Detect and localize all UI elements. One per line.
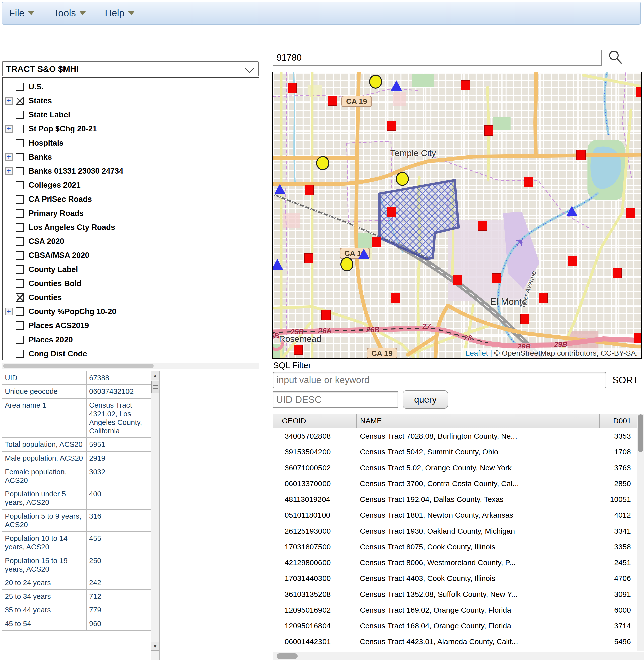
layer-tree-hscrollbar[interactable] [2, 363, 259, 370]
menu-tools[interactable]: Tools [53, 8, 86, 19]
expand-plus-icon[interactable]: + [5, 308, 13, 315]
blue-triangle-marker[interactable] [566, 206, 578, 216]
blue-triangle-marker[interactable] [272, 259, 283, 269]
leaflet-link[interactable]: Leaflet [465, 349, 488, 357]
expand-plus-icon[interactable]: + [5, 97, 13, 104]
red-square-marker[interactable] [484, 125, 493, 136]
result-row[interactable]: 26125193000Census Tract 1930, Oakland Co… [273, 523, 637, 539]
result-row[interactable]: 17031440300Census Tract 4403, Cook Count… [273, 570, 637, 586]
menu-file[interactable]: File [9, 8, 34, 19]
query-button[interactable]: query [402, 391, 448, 408]
yellow-circle-marker[interactable] [316, 156, 329, 170]
red-square-marker[interactable] [538, 293, 548, 303]
red-square-marker[interactable] [626, 208, 635, 218]
scrollbar-thumb[interactable] [151, 381, 159, 393]
layer-checkbox[interactable] [16, 125, 24, 133]
blue-triangle-marker[interactable] [274, 184, 285, 194]
zip-search-input[interactable] [273, 50, 602, 66]
layer-checkbox[interactable] [16, 111, 24, 119]
yellow-circle-marker[interactable] [340, 257, 353, 271]
red-square-marker[interactable] [576, 150, 585, 160]
red-square-marker[interactable] [613, 268, 622, 278]
scroll-up-button[interactable]: ▲ [151, 371, 159, 380]
layer-label: CSA 2020 [29, 237, 64, 246]
red-square-marker[interactable] [322, 310, 330, 320]
red-square-marker[interactable] [387, 207, 396, 217]
result-row[interactable]: 48113019204Census Tract 192.04, Dallas C… [273, 491, 637, 507]
red-square-marker[interactable] [520, 314, 529, 324]
red-square-marker[interactable] [634, 333, 642, 343]
result-row[interactable]: 17031807500Census Tract 8075, Cook Count… [273, 539, 637, 555]
red-square-marker[interactable] [636, 87, 642, 97]
result-row[interactable]: 06001442301Census Tract 4423.01, Alameda… [273, 634, 637, 650]
scrollbar-thumb[interactable] [638, 414, 644, 452]
expand-plus-icon[interactable]: + [5, 125, 13, 133]
layer-checkbox[interactable] [16, 237, 24, 246]
red-square-marker[interactable] [391, 293, 400, 303]
expand-plus-icon[interactable]: + [5, 167, 13, 175]
result-row[interactable]: 12095016804Census Tract 168.04, Orange C… [273, 618, 637, 634]
scrollbar-thumb[interactable] [3, 363, 154, 368]
result-row[interactable]: 39153504200Census Tract 5042, Summit Cou… [273, 444, 637, 460]
results-vscrollbar[interactable] [638, 414, 644, 651]
red-square-marker[interactable] [461, 80, 470, 90]
blue-triangle-marker[interactable] [358, 249, 370, 259]
search-icon[interactable] [607, 49, 623, 65]
red-square-marker[interactable] [288, 83, 297, 93]
layer-item: Cong Dist Code [2, 347, 258, 360]
layer-checkbox[interactable] [16, 139, 24, 147]
layer-checkbox[interactable] [16, 195, 24, 204]
blue-triangle-marker[interactable] [391, 80, 402, 91]
column-header-d001[interactable]: D001 [600, 414, 634, 428]
results-hscrollbar[interactable] [273, 653, 644, 660]
result-row[interactable]: 36071000502Census Tract 5.02, Orange Cou… [273, 460, 637, 475]
red-square-marker[interactable] [328, 96, 337, 105]
red-square-marker[interactable] [372, 237, 381, 247]
layer-checkbox[interactable] [16, 279, 24, 288]
yellow-circle-marker[interactable] [396, 172, 409, 186]
red-square-marker[interactable] [568, 256, 577, 266]
column-header-geoid[interactable]: GEOID [273, 414, 356, 428]
expand-plus-icon[interactable]: + [5, 153, 13, 161]
layer-checkbox[interactable] [16, 153, 24, 161]
layer-checkbox[interactable] [16, 223, 24, 232]
layer-checkbox[interactable] [16, 293, 24, 302]
red-square-marker[interactable] [453, 275, 462, 285]
layer-checkbox[interactable] [16, 322, 24, 330]
layer-checkbox[interactable] [16, 265, 24, 274]
result-row[interactable]: 34005702808Census Tract 7028.08, Burling… [273, 428, 637, 444]
result-row[interactable]: 06013370000Census Tract 3700, Contra Cos… [273, 475, 637, 491]
layer-checkbox[interactable] [16, 82, 24, 91]
scroll-down-button[interactable]: ▼ [151, 642, 159, 651]
red-square-marker[interactable] [305, 185, 314, 195]
red-square-marker[interactable] [294, 345, 303, 355]
layer-checkbox[interactable] [16, 181, 24, 189]
sql-filter-input[interactable] [273, 372, 606, 388]
attribute-row: Total population, ACS205951 [2, 438, 151, 451]
layer-checkbox[interactable] [16, 97, 24, 105]
column-header-name[interactable]: NAME [356, 414, 600, 428]
layer-checkbox[interactable] [16, 251, 24, 260]
red-square-marker[interactable] [492, 273, 501, 283]
result-row[interactable]: 12095016902Census Tract 169.02, Orange C… [273, 602, 637, 618]
attribute-table-scrollbar[interactable]: ▲ ▼ [151, 371, 160, 660]
result-row[interactable]: 42129800600Census Tract 8006, Westmorela… [273, 555, 637, 570]
sort-input[interactable] [273, 392, 398, 407]
layer-checkbox[interactable] [16, 167, 24, 175]
red-square-marker[interactable] [524, 177, 533, 187]
result-row[interactable]: 05101180100Census Tract 1801, Newton Cou… [273, 507, 637, 523]
layer-checkbox[interactable] [16, 307, 24, 316]
red-square-marker[interactable] [478, 220, 487, 231]
menu-help[interactable]: Help [105, 8, 135, 19]
red-square-marker[interactable] [304, 254, 314, 263]
exit-label: 29B [554, 340, 567, 349]
result-row[interactable]: 36103135208Census Tract 1352.08, Suffolk… [273, 586, 637, 602]
red-square-marker[interactable] [387, 121, 396, 131]
scrollbar-thumb[interactable] [277, 654, 298, 659]
layer-checkbox[interactable] [16, 209, 24, 217]
layer-checkbox[interactable] [16, 350, 24, 358]
yellow-circle-marker[interactable] [369, 74, 382, 89]
layer-style-select[interactable]: TRACT S&O $MHI [2, 62, 258, 76]
layer-checkbox[interactable] [16, 335, 24, 344]
leaflet-map[interactable]: Temple City El Monte Rosemead Tyler Aven… [272, 72, 642, 359]
